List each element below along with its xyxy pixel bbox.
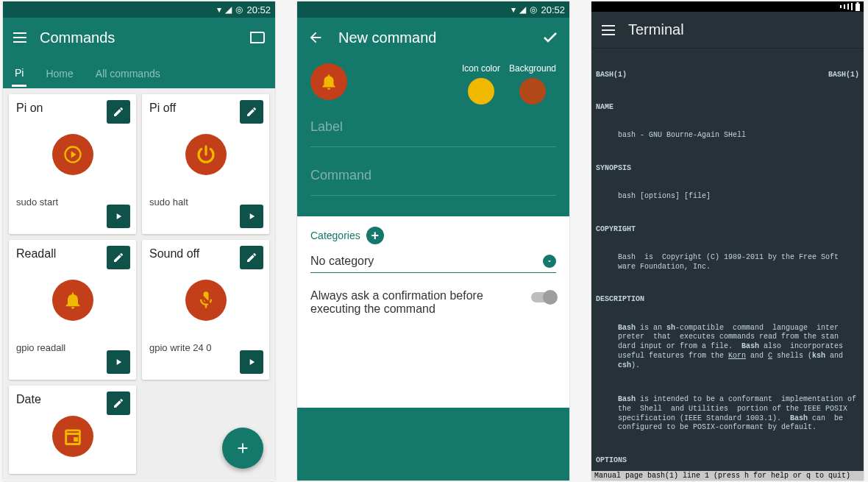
mic-off-icon — [185, 280, 227, 321]
category-select[interactable]: No category — [310, 252, 556, 273]
man-header-right: BASH(1) — [828, 71, 859, 80]
label-input-block[interactable]: Label — [297, 119, 569, 147]
command-card[interactable]: Date — [9, 386, 136, 474]
card-icon-wrap — [149, 261, 262, 339]
edit-button[interactable] — [240, 246, 263, 269]
add-category-button[interactable]: + — [366, 227, 384, 244]
play-circle-icon — [52, 134, 93, 175]
screen-terminal: Terminal BASH(1)BASH(1) NAME bash - GNU … — [591, 1, 864, 481]
run-button[interactable] — [107, 205, 130, 228]
plus-icon — [235, 440, 251, 456]
menu-icon[interactable] — [13, 32, 26, 43]
signal-icon: ◢ — [519, 4, 526, 15]
wifi-icon: ▾ — [217, 4, 221, 15]
desc-p1: Bash is an sh-compatible command languag… — [596, 324, 859, 371]
svg-rect-6 — [857, 2, 859, 4]
clock: 20:52 — [541, 4, 565, 15]
pencil-icon — [113, 252, 124, 263]
card-icon-wrap — [16, 115, 129, 194]
section-description: DESCRIPTION — [596, 295, 859, 305]
card-icon-wrap — [149, 115, 262, 194]
play-icon — [246, 357, 257, 367]
label-placeholder: Label — [310, 119, 556, 135]
power-icon — [185, 134, 227, 175]
form-body: New command Icon color Background Label … — [297, 18, 569, 481]
synopsis-line: bash [options] [file] — [596, 192, 859, 202]
terminal-footer: Manual page bash(1) line 1 (press h for … — [591, 471, 864, 481]
command-card[interactable]: Sound off gpio write 24 0 — [142, 240, 269, 380]
command-card[interactable]: Pi off sudo halt — [142, 94, 269, 234]
bell-icon — [319, 72, 338, 91]
edit-button[interactable] — [107, 246, 130, 269]
command-input-block[interactable]: Command — [297, 168, 569, 196]
section-copyright: COPYRIGHT — [596, 225, 859, 235]
background-color-picker[interactable]: Background — [509, 63, 556, 104]
confirm-toggle[interactable] — [531, 292, 556, 302]
status-bar: ▾ ◢ ◎ 20:52 — [3, 1, 275, 18]
pencil-icon — [246, 106, 257, 118]
background-label: Background — [509, 63, 556, 74]
signal-icon: ◢ — [225, 4, 232, 15]
section-synopsis: SYNOPSIS — [596, 164, 859, 174]
run-button[interactable] — [240, 205, 263, 228]
icon-color-picker[interactable]: Icon color — [462, 63, 500, 104]
play-icon — [113, 211, 124, 221]
screen-new-command: ▾ ◢ ◎ 20:52 New command Icon color Backg… — [297, 1, 569, 481]
calendar-icon — [52, 416, 93, 457]
svg-rect-5 — [855, 4, 860, 11]
command-icon-preview[interactable] — [310, 63, 347, 100]
status-bar — [591, 1, 864, 12]
status-bar: ▾ ◢ ◎ 20:52 — [297, 1, 569, 18]
terminal-toolbar: Terminal — [591, 12, 864, 49]
tab-home[interactable]: Home — [43, 60, 76, 85]
man-header-left: BASH(1) — [596, 71, 627, 80]
run-button[interactable] — [240, 350, 263, 374]
page-title: Terminal — [628, 21, 684, 40]
target-icon: ◎ — [530, 4, 537, 15]
pencil-icon — [113, 397, 124, 409]
pencil-icon — [246, 252, 257, 263]
command-grid: Pi on sudo start Pi off — [3, 88, 275, 480]
check-icon[interactable] — [541, 29, 559, 46]
background-swatch[interactable] — [519, 78, 546, 104]
section-name: NAME — [596, 103, 859, 113]
card-icon-wrap — [16, 261, 129, 339]
menu-icon[interactable] — [602, 25, 615, 35]
pencil-icon — [113, 106, 124, 118]
add-command-fab[interactable] — [222, 428, 263, 469]
svg-rect-3 — [74, 437, 78, 442]
battery-icon — [855, 2, 861, 11]
command-card[interactable]: Pi on sudo start — [9, 94, 136, 234]
tab-pi[interactable]: Pi — [12, 60, 26, 87]
terminal-output[interactable]: BASH(1)BASH(1) NAME bash - GNU Bourne-Ag… — [591, 49, 864, 481]
category-value: No category — [310, 255, 374, 268]
icon-color-row: Icon color Background — [297, 57, 569, 119]
command-card[interactable]: Readall gpio readall — [9, 240, 136, 380]
page-title: Commands — [40, 29, 237, 46]
svg-rect-2 — [65, 430, 79, 444]
command-placeholder: Command — [310, 168, 556, 183]
edit-button[interactable] — [240, 100, 263, 124]
edit-button[interactable] — [107, 391, 130, 415]
categories-header: Categories + — [310, 227, 556, 244]
card-icon-wrap — [16, 406, 129, 467]
tab-bar: Pi Home All commands — [3, 57, 275, 88]
icon-color-swatch[interactable] — [468, 78, 494, 104]
bell-icon — [52, 280, 93, 321]
section-options: OPTIONS — [596, 456, 859, 466]
cast-icon[interactable] — [250, 32, 265, 43]
tab-all[interactable]: All commands — [93, 60, 163, 85]
name-line: bash - GNU Bourne-Again SHell — [596, 131, 859, 141]
desc-p2: Bash is intended to be a conformant impl… — [596, 395, 859, 433]
play-icon — [113, 357, 124, 367]
run-button[interactable] — [107, 350, 130, 374]
back-arrow-icon[interactable] — [307, 29, 324, 46]
form-toolbar: New command — [297, 18, 569, 57]
chevron-down-icon — [543, 255, 556, 268]
screen-commands: ▾ ◢ ◎ 20:52 Commands Pi Home All command… — [3, 1, 275, 481]
page-title: New command — [338, 29, 527, 46]
wifi-icon: ▾ — [511, 4, 516, 15]
edit-button[interactable] — [107, 100, 130, 124]
copyright-line: Bash is Copyright (C) 1989-2011 by the F… — [596, 253, 859, 272]
icon-color-label: Icon color — [462, 63, 500, 74]
